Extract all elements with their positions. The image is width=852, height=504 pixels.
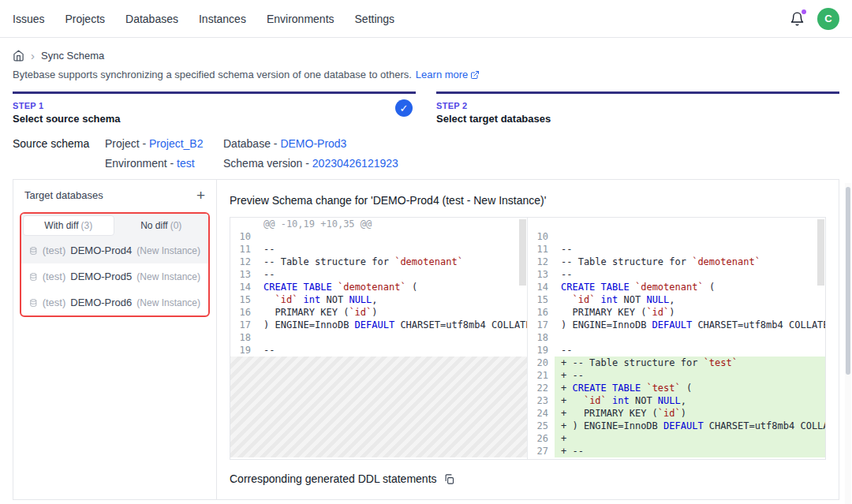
user-avatar[interactable]: C — [817, 8, 839, 30]
page-scrollbar[interactable] — [845, 183, 851, 504]
line-number: 22 — [528, 382, 555, 394]
source-database: Database - DEMO-Prod3 — [223, 137, 398, 150]
learn-more-link[interactable]: Learn more — [416, 69, 480, 80]
nav-item-databases[interactable]: Databases — [125, 13, 178, 25]
instance-icon — [29, 271, 38, 282]
db-environment: (test) — [43, 297, 66, 308]
line-number: 14 — [230, 281, 257, 293]
line-number — [230, 218, 257, 230]
nav-item-issues[interactable]: Issues — [13, 13, 44, 25]
diff-pane-right[interactable]: 1011--12-- Table structure for `demotena… — [528, 218, 825, 459]
line-number: 19 — [528, 344, 555, 357]
diff-line: 21+ -- — [528, 369, 825, 382]
external-link-icon — [470, 70, 480, 80]
target-databases-highlighted-box: With diff(3) No diff(0) (test) DEMO-Prod… — [20, 212, 210, 317]
wizard-steps: STEP 1 Select source schema STEP 2 Selec… — [0, 80, 852, 125]
line-number: 13 — [230, 268, 257, 281]
line-number: 11 — [528, 243, 555, 256]
chevron-right-icon: › — [31, 50, 35, 62]
preview-title: Preview Schema change for 'DEMO-Prod4 (t… — [230, 194, 826, 207]
main-nav: Issues Projects Databases Instances Envi… — [13, 13, 394, 25]
diff-line: 22+ CREATE TABLE `test` ( — [528, 382, 825, 394]
db-name: DEMO-Prod5 — [70, 271, 132, 282]
source-schema-summary: Source schema Project - Project_B2 Envir… — [0, 125, 852, 170]
diff-line: 12-- Table structure for `demotenant` — [528, 256, 825, 268]
line-number: 10 — [230, 230, 257, 243]
intro-text: Bytebase supports synchronizing a specif… — [13, 69, 412, 80]
diff-line: 14CREATE TABLE `demotenant` ( — [230, 281, 527, 293]
diff-line: 10 — [230, 230, 527, 243]
nav-item-instances[interactable]: Instances — [199, 13, 246, 25]
step-2[interactable]: STEP 2 Select target databases — [436, 91, 839, 125]
step-1-title: Select source schema — [13, 113, 416, 125]
schema-version-link[interactable]: 20230426121923 — [312, 157, 398, 170]
line-number: 12 — [528, 256, 555, 268]
diff-line: 15 `id` int NOT NULL, — [528, 293, 825, 306]
line-number: 10 — [528, 230, 555, 243]
step-2-label: STEP 2 — [436, 101, 839, 110]
line-number: 18 — [528, 331, 555, 344]
intro-line: Bytebase supports synchronizing a specif… — [0, 62, 852, 80]
diff-pane-left[interactable]: @@ -10,19 +10,35 @@1011--12-- Table stru… — [230, 218, 528, 459]
diff-filter-tabs: With diff(3) No diff(0) — [21, 214, 208, 237]
line-number: 13 — [528, 268, 555, 281]
diff-line: 25+ ) ENGINE=InnoDB DEFAULT CHARSET=utf8… — [528, 420, 825, 432]
instance-icon — [29, 297, 38, 308]
target-databases-panel: Target databases + With diff(3) No diff(… — [13, 180, 217, 499]
line-number: 16 — [230, 306, 257, 319]
diff-line: 16 PRIMARY KEY (`id`) — [230, 306, 527, 319]
line-number: 17 — [230, 319, 257, 331]
notification-dot — [802, 9, 806, 14]
tab-with-diff-count: (3) — [80, 220, 92, 231]
nav-item-projects[interactable]: Projects — [65, 13, 105, 25]
line-number: 19 — [230, 344, 257, 357]
db-instance-suffix: (New Instance) — [136, 245, 200, 256]
page-scrollbar-thumb[interactable] — [846, 187, 850, 375]
project-link[interactable]: Project_B2 — [149, 137, 203, 150]
line-number: 12 — [230, 256, 257, 268]
list-item-demo-prod6[interactable]: (test) DEMO-Prod6 (New Instance) — [21, 289, 208, 315]
list-item-demo-prod5[interactable]: (test) DEMO-Prod5 (New Instance) — [21, 263, 208, 289]
database-link[interactable]: DEMO-Prod3 — [280, 137, 346, 150]
db-instance-suffix: (New Instance) — [136, 297, 200, 308]
nav-item-environments[interactable]: Environments — [267, 13, 334, 25]
notifications-bell-icon[interactable] — [790, 11, 805, 27]
nav-item-settings[interactable]: Settings — [355, 13, 395, 25]
diff-missing-region — [230, 357, 527, 457]
line-number: 27 — [528, 445, 555, 457]
tab-no-diff[interactable]: No diff(0) — [116, 215, 207, 236]
sync-schema-main-panel: Target databases + With diff(3) No diff(… — [13, 179, 839, 500]
diff-line: 20+ -- Table structure for `test` — [528, 357, 825, 369]
environment-link[interactable]: test — [177, 157, 195, 170]
diff-line: 18 — [230, 331, 527, 344]
breadcrumb-current: Sync Schema — [41, 50, 104, 62]
diff-line: 10 — [528, 230, 825, 243]
add-target-database-button[interactable]: + — [196, 188, 205, 203]
diff-hunk-header: @@ -10,19 +10,35 @@ — [230, 218, 527, 230]
home-icon[interactable] — [13, 50, 24, 62]
step-complete-check-icon: ✓ — [395, 99, 413, 117]
left-pane-scrollbar[interactable] — [519, 219, 526, 286]
tab-with-diff[interactable]: With diff(3) — [23, 215, 114, 236]
diff-line: 11-- — [230, 243, 527, 256]
line-number: 17 — [528, 319, 555, 331]
source-schema-label: Source schema — [13, 137, 105, 170]
copy-icon[interactable] — [443, 473, 455, 485]
diff-line: 11-- — [528, 243, 825, 256]
diff-line: 17) ENGINE=InnoDB DEFAULT CHARSET=utf8mb… — [528, 319, 825, 331]
db-environment: (test) — [43, 245, 66, 256]
line-number: 21 — [528, 369, 555, 382]
diff-line: 17) ENGINE=InnoDB DEFAULT CHARSET=utf8mb… — [230, 319, 527, 331]
diff-line: 15 `id` int NOT NULL, — [230, 293, 527, 306]
line-number: 14 — [528, 281, 555, 293]
schema-version-label: Schema version - — [223, 157, 309, 170]
step-1[interactable]: STEP 1 Select source schema — [13, 91, 416, 125]
source-project: Project - Project_B2 — [105, 137, 223, 150]
source-version: Schema version - 20230426121923 — [223, 157, 398, 170]
line-number: 25 — [528, 420, 555, 432]
right-pane-scrollbar[interactable] — [817, 219, 824, 286]
list-item-demo-prod4[interactable]: (test) DEMO-Prod4 (New Instance) — [21, 237, 208, 263]
diff-line: 26+ — [528, 432, 825, 445]
diff-line: 13-- — [230, 268, 527, 281]
line-number: 15 — [528, 293, 555, 306]
